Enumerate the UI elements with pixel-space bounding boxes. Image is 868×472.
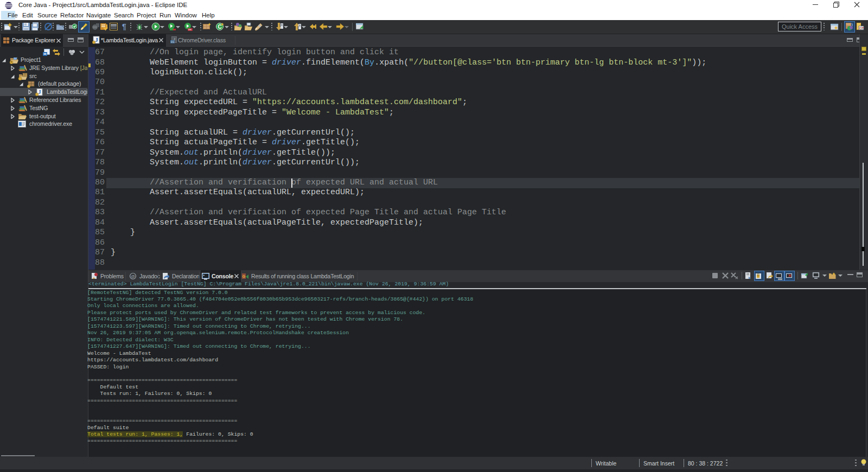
svg-text:J: J: [95, 36, 98, 43]
svg-text:@: @: [131, 274, 135, 279]
svg-text:CIT: CIT: [859, 27, 864, 30]
svg-text:01: 01: [171, 40, 175, 44]
svg-text:G: G: [242, 275, 246, 278]
svg-text:C: C: [218, 24, 221, 30]
svg-text:J: J: [39, 89, 41, 95]
